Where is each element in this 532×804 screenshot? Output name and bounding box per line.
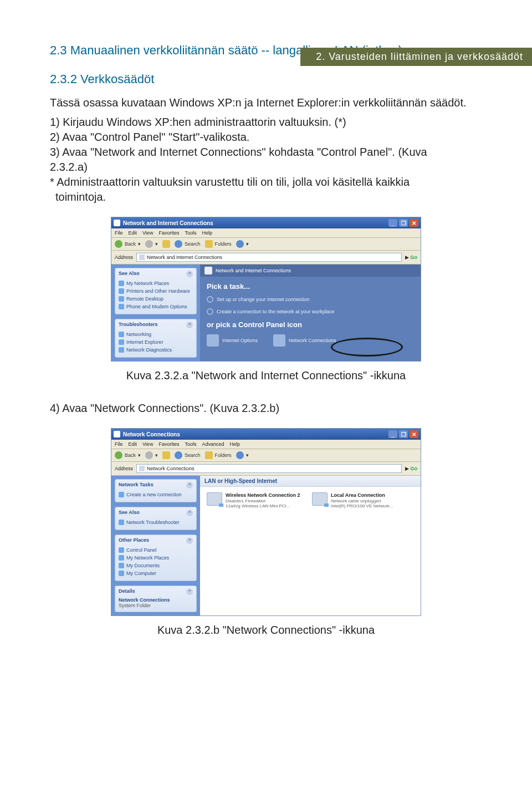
back-icon <box>115 451 122 459</box>
menu-tools[interactable]: Tools <box>185 230 196 236</box>
network-task-item[interactable]: Create a new connection <box>119 491 193 498</box>
titlebar: Network and Internet Connections _ ❐ ✕ <box>111 217 421 228</box>
menu-favorites[interactable]: Favorites <box>158 230 179 236</box>
see-also-item[interactable]: Network Troubleshooter <box>119 518 193 526</box>
menu-tools[interactable]: Tools <box>185 441 196 447</box>
other-place-item[interactable]: Control Panel <box>119 546 193 554</box>
intro-text: Tässä osassa kuvataan Windows XP:n ja In… <box>50 95 482 110</box>
troubleshooters-title: Troubleshooters <box>119 322 158 328</box>
forward-button[interactable]: ▾ <box>145 451 158 459</box>
collapse-icon[interactable]: ⌃ <box>186 482 193 488</box>
step-4: 4) Avaa "Network Connections". (Kuva 2.3… <box>50 401 482 416</box>
step-1: 1) Kirjaudu Windows XP:hen administraatt… <box>50 115 482 130</box>
see-also-item[interactable]: My Network Places <box>119 279 193 287</box>
views-button[interactable]: ▾ <box>236 451 249 459</box>
titlebar: Network Connections _ ❐ ✕ <box>111 429 421 440</box>
troubleshoot-item[interactable]: Network Diagnostics <box>119 346 193 354</box>
window-network-connections: Network Connections _ ❐ ✕ File Edit View… <box>111 428 421 616</box>
menu-help[interactable]: Help <box>202 230 212 236</box>
menu-view[interactable]: View <box>142 230 153 236</box>
other-place-item[interactable]: My Network Places <box>119 554 193 562</box>
cp-icon-internet-options[interactable]: Internet Options <box>207 334 258 347</box>
troubleshoot-item[interactable]: Networking <box>119 330 193 338</box>
collapse-icon[interactable]: ⌃ <box>186 588 193 595</box>
note-line2: toimintoja. <box>55 190 482 205</box>
window-network-internet-connections: Network and Internet Connections _ ❐ ✕ F… <box>111 217 421 362</box>
up-icon <box>162 451 170 459</box>
forward-button[interactable]: ▾ <box>145 240 158 248</box>
panel-troubleshooters: Troubleshooters⌃ Networking Internet Exp… <box>115 319 197 358</box>
see-also-item[interactable]: Remote Desktop <box>119 295 193 303</box>
collapse-icon[interactable]: ⌃ <box>186 510 193 516</box>
minimize-button[interactable]: _ <box>388 430 397 438</box>
collapse-icon[interactable]: ⌃ <box>186 537 193 544</box>
views-button[interactable]: ▾ <box>236 240 249 248</box>
menu-edit[interactable]: Edit <box>129 230 137 236</box>
menu-edit[interactable]: Edit <box>129 441 137 447</box>
back-button[interactable]: Back ▾ <box>115 451 141 459</box>
menu-advanced[interactable]: Advanced <box>202 441 224 447</box>
folders-icon <box>205 240 213 248</box>
go-button[interactable]: ▶ Go <box>405 255 417 260</box>
up-button[interactable] <box>162 240 170 248</box>
sidebar: See Also⌃ My Network Places Printers and… <box>111 264 200 361</box>
back-icon <box>115 240 122 248</box>
diag-icon <box>119 347 124 353</box>
forward-icon <box>145 240 153 248</box>
step-2: 2) Avaa "Control Panel" "Start"-valikost… <box>50 130 482 145</box>
address-label: Address <box>115 255 133 260</box>
address-field[interactable]: Network Connections <box>136 464 402 473</box>
close-button[interactable]: ✕ <box>410 430 418 438</box>
menu-favorites[interactable]: Favorites <box>158 441 179 447</box>
views-icon <box>236 451 244 459</box>
details-name: Network Connections <box>119 597 193 603</box>
menu-help[interactable]: Help <box>229 441 240 447</box>
maximize-button[interactable]: ❐ <box>399 430 408 438</box>
close-button[interactable]: ✕ <box>410 219 418 227</box>
other-places-title: Other Places <box>119 537 149 544</box>
cp-icon-network-connections[interactable]: Network Connections <box>273 334 336 347</box>
address-field[interactable]: Network and Internet Connections <box>136 253 402 262</box>
other-place-item[interactable]: My Computer <box>119 569 193 577</box>
window-title: Network Connections <box>123 431 180 437</box>
address-bar: Address Network Connections ▶ Go <box>111 462 421 476</box>
connection-status: Network cable unplugged <box>331 498 393 504</box>
ie-icon <box>119 339 124 345</box>
menu-view[interactable]: View <box>142 441 153 447</box>
folders-icon <box>205 451 213 459</box>
back-button[interactable]: Back ▾ <box>115 240 141 248</box>
menu-file[interactable]: File <box>115 230 123 236</box>
go-button[interactable]: ▶ Go <box>405 466 417 471</box>
window-title: Network and Internet Connections <box>123 220 213 226</box>
search-button[interactable]: Search <box>175 240 201 248</box>
see-also-item[interactable]: Printers and Other Hardware <box>119 287 193 295</box>
troubleshoot-item[interactable]: Internet Explorer <box>119 338 193 346</box>
address-icon <box>139 466 145 471</box>
phone-icon <box>119 304 124 309</box>
menu-file[interactable]: File <box>115 441 123 447</box>
up-button[interactable] <box>162 451 170 459</box>
other-place-item[interactable]: My Documents <box>119 562 193 569</box>
panel-other-places: Other Places⌃ Control Panel My Network P… <box>115 535 197 581</box>
collapse-icon[interactable]: ⌃ <box>186 271 193 277</box>
step-3-line1: 3) Avaa "Network and Internet Connection… <box>50 145 482 160</box>
folders-button[interactable]: Folders <box>205 451 232 459</box>
maximize-button[interactable]: ❐ <box>399 219 408 227</box>
window-icon <box>114 220 120 226</box>
search-button[interactable]: Search <box>175 451 201 459</box>
figure-1: Network and Internet Connections _ ❐ ✕ F… <box>50 217 482 362</box>
sidebar: Network Tasks⌃ Create a new connection S… <box>111 476 200 615</box>
main-pane: Network and Internet Connections Pick a … <box>200 264 421 361</box>
see-also-title: See Also <box>119 271 140 277</box>
see-also-item[interactable]: Phone and Modem Options <box>119 303 193 311</box>
connection-item[interactable]: Local Area Connection Network cable unpl… <box>312 492 407 509</box>
or-pick-heading: or pick a Control Panel icon <box>207 320 414 329</box>
task-link[interactable]: Create a connection to the network at yo… <box>207 308 414 315</box>
collapse-icon[interactable]: ⌃ <box>186 322 193 328</box>
wireless-icon <box>207 492 222 506</box>
task-link[interactable]: Set up or change your Internet connectio… <box>207 296 414 303</box>
minimize-button[interactable]: _ <box>388 219 397 227</box>
menubar: File Edit View Favorites Tools Advanced … <box>111 440 421 449</box>
connection-item[interactable]: Wireless Network Connection 2 Disabled, … <box>207 492 302 509</box>
folders-button[interactable]: Folders <box>205 240 232 248</box>
